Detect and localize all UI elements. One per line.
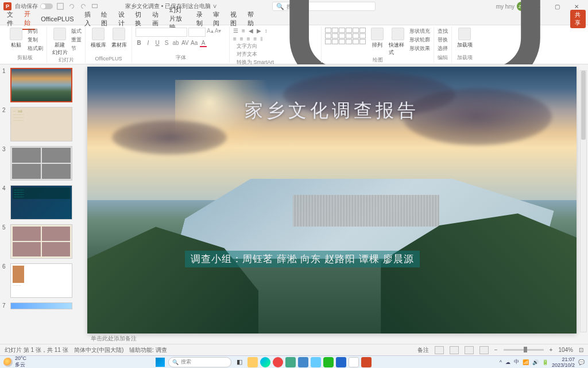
copy-button[interactable]: 复制 (28, 36, 43, 44)
select-button[interactable]: 选择 (438, 45, 448, 52)
align-center-button[interactable]: ≡ (240, 36, 243, 43)
undo-icon[interactable] (68, 2, 76, 10)
strikethrough-button[interactable]: S (163, 40, 170, 47)
format-painter-button[interactable]: 格式刷 (28, 45, 43, 52)
slide-title-text[interactable]: 家乡文化调查报告 (245, 98, 419, 124)
italic-button[interactable]: I (145, 40, 152, 47)
cut-button[interactable]: 剪切 (28, 28, 43, 35)
font-color-button[interactable]: A (200, 40, 207, 47)
start-button[interactable] (154, 357, 166, 367)
quick-styles-button[interactable]: 快速样式 (389, 28, 407, 56)
decrease-font-icon[interactable]: A▾ (215, 28, 222, 37)
notifications-icon[interactable]: 💬 (578, 359, 585, 365)
content-area: 1 2一、选题.................................… (0, 64, 588, 344)
layout-button[interactable]: 版式 (71, 28, 82, 35)
clipboard-label: 剪贴板 (7, 54, 43, 62)
qq-icon[interactable] (349, 357, 359, 367)
app-icon[interactable] (273, 357, 283, 367)
material-button[interactable]: 素材库 (110, 28, 128, 49)
shapes-gallery[interactable] (325, 28, 366, 44)
text-direction-button[interactable]: 文字方向 (237, 43, 318, 50)
find-button[interactable]: 查找 (438, 28, 448, 35)
slide-thumbnail-4[interactable]: ........................................… (10, 185, 72, 220)
arrange-button[interactable]: 排列 (368, 28, 386, 49)
weather-icon (3, 358, 13, 367)
addins-button[interactable]: 加载项 (455, 28, 474, 49)
shadow-button[interactable]: ab (172, 40, 179, 47)
numbering-button[interactable]: ≡ (242, 28, 245, 34)
new-slide-button[interactable]: 新建 幻灯片 (51, 28, 69, 56)
app-icon[interactable] (336, 357, 346, 367)
paste-button[interactable]: 粘贴 (7, 28, 25, 49)
slide-thumbnails-panel[interactable]: 1 2一、选题.................................… (0, 64, 80, 344)
bullets-button[interactable]: ☰ (233, 28, 238, 34)
shape-fill-button[interactable]: 形状填充 (409, 28, 430, 35)
slideshow-view-button[interactable] (479, 346, 489, 354)
app-icon[interactable] (285, 357, 296, 367)
zoom-percent[interactable]: 104% (558, 347, 573, 353)
zoom-out-button[interactable]: − (494, 347, 498, 353)
font-family-select[interactable] (136, 28, 187, 37)
case-button[interactable]: Aa (191, 40, 198, 47)
volume-icon[interactable]: 🔊 (532, 359, 539, 365)
slide-thumbnail-7[interactable] (10, 302, 72, 309)
section-button[interactable]: 节 (71, 45, 82, 52)
indent-dec-button[interactable]: ◀ (249, 28, 253, 34)
justify-button[interactable]: ≡ (254, 36, 257, 43)
slide-thumbnail-2[interactable]: 一、选题....................................… (10, 107, 72, 141)
wifi-icon[interactable]: 📶 (523, 359, 529, 365)
bold-button[interactable]: B (136, 40, 142, 47)
save-icon[interactable] (56, 2, 64, 10)
taskbar-search[interactable]: 🔍搜索 (168, 357, 231, 367)
battery-icon[interactable]: 🔋 (542, 359, 548, 365)
ime-indicator[interactable]: 中 (514, 358, 519, 366)
shape-outline-button[interactable]: 形状轮廓 (409, 36, 430, 44)
replace-button[interactable]: 替换 (438, 36, 448, 44)
zoom-slider[interactable] (504, 349, 544, 351)
normal-view-button[interactable] (435, 346, 444, 354)
app-icon[interactable] (298, 357, 308, 367)
slide-thumbnail-6[interactable]: .................. (10, 263, 72, 298)
indent-inc-button[interactable]: ▶ (257, 28, 261, 34)
reset-button[interactable]: 重置 (71, 36, 82, 44)
start-slideshow-icon[interactable] (91, 2, 99, 10)
weather-widget[interactable]: 20°C 多云 (3, 355, 26, 368)
app-icon[interactable] (311, 357, 321, 367)
share-button[interactable]: 共享 (570, 10, 586, 28)
tray-chevron-icon[interactable]: ^ (500, 359, 502, 365)
explorer-icon[interactable] (247, 357, 258, 367)
current-slide[interactable]: 家乡文化调查报告 调查小组：周钰茗 薛淞 向东 赵路阳 谭棵 廖晨源 (87, 67, 577, 334)
template-button[interactable]: 模板库 (89, 28, 107, 49)
tab-officeplus[interactable]: OfficePLUS (36, 14, 78, 24)
wechat-icon[interactable] (323, 357, 334, 367)
shape-effects-button[interactable]: 形状效果 (409, 45, 430, 52)
increase-font-icon[interactable]: A▴ (207, 28, 214, 37)
font-size-select[interactable] (188, 28, 206, 37)
language-indicator[interactable]: 简体中文(中国大陆) (74, 346, 124, 354)
notes-toggle[interactable]: 备注 (417, 346, 429, 354)
edge-icon[interactable] (260, 357, 270, 367)
spacing-button[interactable]: AV (181, 40, 188, 47)
sorter-view-button[interactable] (450, 346, 459, 354)
line-spacing-button[interactable]: ↕ (265, 28, 268, 34)
slide-thumbnail-3[interactable] (10, 146, 72, 181)
slide-thumbnail-5[interactable] (10, 224, 72, 259)
redo-icon[interactable] (79, 2, 87, 10)
system-tray[interactable]: ^ ☁ 中 📶 🔊 🔋 21:07 2023/10/2 💬 (500, 356, 585, 368)
vertical-scrollbar[interactable] (580, 70, 587, 332)
onedrive-icon[interactable]: ☁ (505, 359, 510, 365)
align-left-button[interactable]: ≡ (233, 36, 237, 43)
task-view-button[interactable]: ◧ (234, 357, 245, 367)
zoom-in-button[interactable]: + (550, 347, 553, 353)
slide-thumbnail-1[interactable] (10, 68, 72, 102)
align-right-button[interactable]: ≡ (247, 36, 250, 43)
powerpoint-taskbar-icon[interactable] (361, 357, 372, 367)
columns-button[interactable]: ⫴ (260, 36, 262, 43)
align-text-button[interactable]: 对齐文本 (237, 51, 318, 58)
notes-placeholder[interactable]: 单击此处添加备注 (87, 334, 577, 343)
reading-view-button[interactable] (465, 346, 474, 354)
fit-window-button[interactable]: ⊡ (579, 347, 583, 353)
accessibility-indicator[interactable]: 辅助功能: 调查 (129, 346, 167, 354)
underline-button[interactable]: U (154, 40, 161, 47)
slide-subtitle-text[interactable]: 调查小组：周钰茗 薛淞 向东 赵路阳 谭棵 廖晨源 (185, 251, 420, 267)
